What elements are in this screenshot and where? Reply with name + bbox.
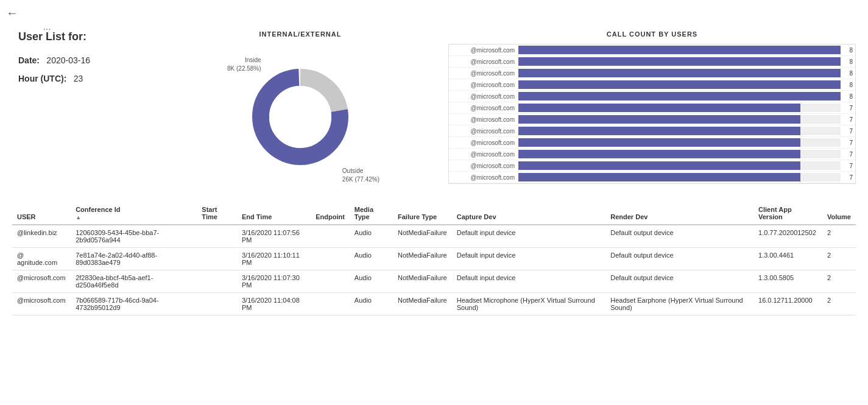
cell-client_app_version: 1.3.00.5805 [753, 270, 822, 293]
cell-start_time [197, 225, 237, 248]
bar-fill [518, 150, 800, 158]
table-section: USERConference Id▲Start TimeEnd TimeEndp… [0, 202, 868, 328]
user-list-panel: User List for: Date: 2020-03-16 Hour (UT… [18, 30, 152, 190]
data-table: USERConference Id▲Start TimeEnd TimeEndp… [12, 202, 856, 315]
bar-label: @microsoft.com [451, 116, 518, 123]
bar-label: @microsoft.com [451, 105, 518, 111]
cell-volume: 2 [822, 293, 856, 315]
cell-capture_dev: Headset Microphone (HyperX Virtual Surro… [452, 293, 606, 315]
bar-label: @microsoft.com [451, 82, 518, 88]
bar-fill [518, 46, 841, 54]
cell-capture_dev: Default input device [452, 270, 606, 293]
sort-arrow: ▲ [76, 214, 81, 220]
table-header-start_time[interactable]: Start Time [197, 202, 237, 225]
table-header-endpoint[interactable]: Endpoint [311, 202, 350, 225]
cell-failure_type: NotMediaFailure [393, 248, 452, 270]
bar-value: 7 [841, 116, 853, 123]
cell-client_app_version: 16.0.12711.20000 [753, 293, 822, 315]
table-header-row: USERConference Id▲Start TimeEnd TimeEndp… [12, 202, 856, 225]
bar-fill [518, 127, 800, 135]
bar-row: @microsoft.com 7 [449, 137, 855, 149]
cell-media_type: Audio [350, 270, 393, 293]
cell-conference_id: 12060309-5434-45be-bba7-2b9d0576a944 [71, 225, 197, 248]
table-body: @linkedin.biz12060309-5434-45be-bba7-2b9… [12, 225, 856, 315]
cell-render_dev: Default output device [605, 270, 753, 293]
bar-chart-scroll[interactable]: @microsoft.com 8 @microsoft.com 8 @micro… [448, 44, 856, 184]
cell-user: @microsoft.com [12, 270, 71, 293]
bar-fill [518, 115, 800, 124]
table-row: @microsoft.com7b066589-717b-46cd-9a04-47… [12, 293, 856, 315]
cell-render_dev: Default output device [605, 248, 753, 270]
hour-row: Hour (UTC): 23 [18, 74, 152, 83]
bar-fill [518, 104, 800, 112]
cell-volume: 2 [822, 225, 856, 248]
bar-value: 8 [841, 47, 853, 54]
cell-media_type: Audio [350, 225, 393, 248]
bar-label: @microsoft.com [451, 174, 518, 181]
bar-track [518, 69, 841, 77]
table-header-user[interactable]: USER [12, 202, 71, 225]
bar-track [518, 127, 841, 135]
bar-track [518, 150, 841, 158]
bar-label: @microsoft.com [451, 151, 518, 158]
table-header-end_time[interactable]: End Time [237, 202, 311, 225]
bar-label: @microsoft.com [451, 139, 518, 146]
cell-media_type: Audio [350, 248, 393, 270]
bar-row: @microsoft.com 8 [449, 68, 855, 79]
table-header-volume[interactable]: Volume [822, 202, 856, 225]
cell-start_time [197, 293, 237, 315]
bar-value: 8 [841, 93, 853, 100]
bar-row: @microsoft.com 7 [449, 114, 855, 125]
cell-end_time: 3/16/2020 11:10:11 PM [237, 248, 311, 270]
bar-label: @microsoft.com [451, 47, 518, 54]
cell-endpoint [311, 225, 350, 248]
bar-fill [518, 161, 800, 170]
bar-row: @microsoft.com 7 [449, 149, 855, 160]
table-header-conference_id[interactable]: Conference Id▲ [71, 202, 197, 225]
bar-row: @microsoft.com 8 [449, 56, 855, 68]
back-button[interactable]: ← [6, 6, 18, 20]
bar-value: 8 [841, 58, 853, 65]
bar-value: 7 [841, 139, 853, 146]
svg-point-2 [269, 86, 331, 148]
cell-user: @ agnitude.com [12, 248, 71, 270]
cell-user: @microsoft.com [12, 293, 71, 315]
bar-value: 8 [841, 70, 853, 77]
bar-value: 7 [841, 128, 853, 135]
bar-value: 7 [841, 174, 853, 181]
table-header-failure_type[interactable]: Failure Type [393, 202, 452, 225]
page-title: User List for: [18, 30, 152, 43]
bar-label: @microsoft.com [451, 128, 518, 135]
cell-end_time: 3/16/2020 11:07:56 PM [237, 225, 311, 248]
bar-label: @microsoft.com [451, 70, 518, 77]
bar-fill [518, 69, 841, 77]
bar-track [518, 173, 841, 181]
bar-value: 7 [841, 105, 853, 111]
bar-track [518, 161, 841, 170]
bar-row: @microsoft.com 7 [449, 102, 855, 114]
donut-outside-label: Outside 26K (77.42%) [342, 167, 379, 184]
table-header-capture_dev[interactable]: Capture Dev [452, 202, 606, 225]
cell-client_app_version: 1.3.00.4461 [753, 248, 822, 270]
cell-capture_dev: Default input device [452, 248, 606, 270]
bar-row: @microsoft.com 8 [449, 79, 855, 91]
bar-fill [518, 92, 841, 100]
cell-start_time [197, 270, 237, 293]
cell-render_dev: Default output device [605, 225, 753, 248]
donut-chart-title: INTERNAL/EXTERNAL [259, 30, 342, 38]
cell-endpoint [311, 293, 350, 315]
bar-row: @microsoft.com 7 [449, 172, 855, 183]
table-header-render_dev[interactable]: Render Dev [605, 202, 753, 225]
table-header-client_app_version[interactable]: Client App Version [753, 202, 822, 225]
donut-inside-label: Inside 8K (22.58%) [227, 56, 261, 73]
bar-track [518, 138, 841, 147]
bar-value: 7 [841, 151, 853, 158]
cell-failure_type: NotMediaFailure [393, 293, 452, 315]
cell-failure_type: NotMediaFailure [393, 225, 452, 248]
cell-failure_type: NotMediaFailure [393, 270, 452, 293]
bar-track [518, 46, 841, 54]
date-label: Date: [18, 55, 40, 65]
cell-volume: 2 [822, 248, 856, 270]
cell-conference_id: 7e81a74e-2a02-4d40-af88-89d0383ae479 [71, 248, 197, 270]
table-header-media_type[interactable]: Media Type [350, 202, 393, 225]
